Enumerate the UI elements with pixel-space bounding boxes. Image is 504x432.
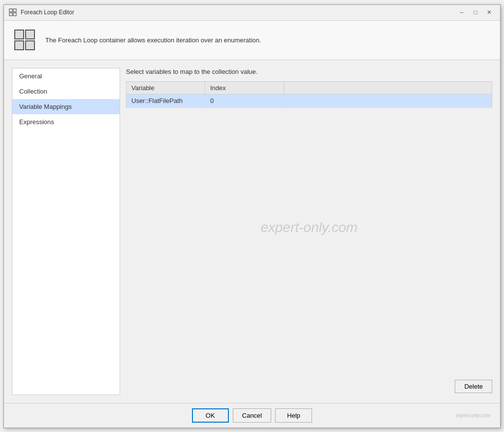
watermark: expert-only.com <box>260 220 357 235</box>
dialog-footer: OK Cancel Help expert-only.com <box>4 403 500 428</box>
sidebar-item-general[interactable]: General <box>12 68 120 84</box>
minimize-button[interactable]: – <box>456 7 468 17</box>
svg-rect-1 <box>13 9 16 12</box>
ok-button[interactable]: OK <box>192 408 229 423</box>
column-header-variable: Variable <box>126 82 205 94</box>
header-description: The Foreach Loop container allows execut… <box>45 36 261 44</box>
header-section: The Foreach Loop container allows execut… <box>4 21 500 60</box>
title-bar-left: Foreach Loop Editor <box>9 8 74 16</box>
main-content: General Collection Variable Mappings Exp… <box>4 60 500 403</box>
help-button[interactable]: Help <box>275 408 312 423</box>
column-header-index: Index <box>205 82 284 94</box>
sidebar-nav: General Collection Variable Mappings Exp… <box>12 68 120 395</box>
dialog-window: Foreach Loop Editor – □ ✕ The Foreach Lo… <box>3 4 501 428</box>
sidebar-item-collection[interactable]: Collection <box>12 84 120 99</box>
cell-index: 0 <box>205 95 284 107</box>
svg-rect-7 <box>26 41 34 50</box>
foreach-loop-icon <box>9 8 17 16</box>
table-container: Variable Index User::FlatFilePath 0 <box>126 81 492 108</box>
foreach-header-icon <box>14 28 37 52</box>
svg-rect-4 <box>15 30 24 39</box>
title-bar-controls: – □ ✕ <box>456 7 495 17</box>
panel-title: Select variables to map to the collectio… <box>126 68 492 75</box>
window-title: Foreach Loop Editor <box>21 9 74 16</box>
cancel-button[interactable]: Cancel <box>233 408 271 423</box>
sidebar-item-variable-mappings[interactable]: Variable Mappings <box>12 99 120 114</box>
svg-rect-6 <box>15 41 24 50</box>
delete-button[interactable]: Delete <box>455 380 492 393</box>
footer-buttons: OK Cancel Help <box>173 408 332 423</box>
delete-btn-row: Delete <box>126 378 492 395</box>
table-wrapper: Variable Index User::FlatFilePath 0 expe… <box>126 81 492 374</box>
right-panel: Select variables to map to the collectio… <box>126 68 492 395</box>
sidebar-item-expressions[interactable]: Expressions <box>12 114 120 130</box>
table-body: User::FlatFilePath 0 <box>126 95 492 107</box>
close-button[interactable]: ✕ <box>483 7 495 17</box>
svg-rect-0 <box>9 9 12 12</box>
table-header: Variable Index <box>126 82 492 95</box>
footer-watermark: expert-only.com <box>456 413 490 418</box>
maximize-button[interactable]: □ <box>470 7 481 17</box>
svg-rect-5 <box>26 30 34 39</box>
svg-rect-3 <box>13 13 16 16</box>
title-bar: Foreach Loop Editor – □ ✕ <box>4 5 500 21</box>
cell-variable: User::FlatFilePath <box>126 95 205 107</box>
svg-rect-2 <box>9 13 12 16</box>
table-row[interactable]: User::FlatFilePath 0 <box>126 95 492 107</box>
